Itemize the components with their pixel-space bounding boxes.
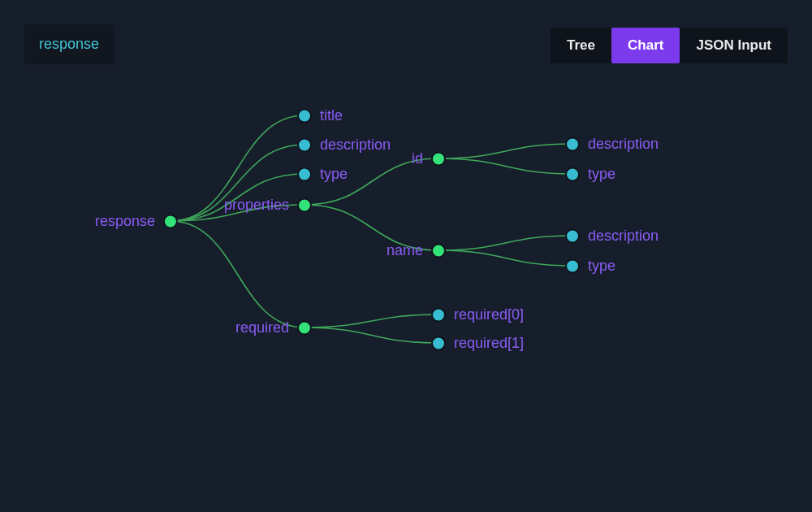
tree-node-label: type xyxy=(588,258,615,275)
tree-node-label: required xyxy=(235,319,289,336)
tree-node-label: title xyxy=(320,107,343,124)
edge-name-name_type xyxy=(438,250,572,266)
root-chip: response xyxy=(24,24,114,64)
leaf-node-icon xyxy=(565,137,580,151)
root-chip-label: response xyxy=(39,36,99,52)
tab-json-input[interactable]: JSON Input xyxy=(680,28,788,63)
leaf-node-icon xyxy=(565,258,580,273)
leaf-node-icon xyxy=(431,307,446,322)
tree-node-label: required[0] xyxy=(454,306,524,323)
tree-node-label: type xyxy=(588,166,615,183)
branch-node-icon xyxy=(297,320,312,335)
tree-node[interactable]: description xyxy=(565,228,659,245)
tree-node-label: description xyxy=(320,137,391,154)
header-bar: response Tree Chart JSON Input xyxy=(0,0,812,81)
tree-node[interactable]: required xyxy=(235,319,312,336)
tree-node-label: description xyxy=(588,136,659,153)
tree-node[interactable]: properties xyxy=(224,197,312,214)
tree-node-label: properties xyxy=(224,197,289,214)
tree-node[interactable]: required[1] xyxy=(431,335,524,352)
tree-diagram[interactable]: responsetitledescriptiontypepropertiesre… xyxy=(0,81,812,512)
tree-node-label: description xyxy=(588,228,659,245)
tree-node[interactable]: description xyxy=(297,137,391,154)
tree-node[interactable]: id xyxy=(412,150,446,167)
tree-node[interactable]: name xyxy=(387,242,446,259)
tree-node-label: required[1] xyxy=(454,335,524,352)
leaf-node-icon xyxy=(297,108,312,123)
view-tabs: Tree Chart JSON Input xyxy=(551,28,788,63)
branch-node-icon xyxy=(431,243,446,258)
branch-node-icon xyxy=(431,151,446,166)
tree-node[interactable]: description xyxy=(565,136,659,153)
edge-required-required0 xyxy=(304,315,438,328)
tab-tree[interactable]: Tree xyxy=(551,28,611,63)
edge-name-name_desc xyxy=(438,236,572,250)
edge-required-required1 xyxy=(304,328,438,343)
leaf-node-icon xyxy=(565,228,580,243)
tree-node[interactable]: response xyxy=(95,213,178,230)
tree-node[interactable]: title xyxy=(297,107,343,124)
tree-node-label: response xyxy=(95,213,155,230)
leaf-node-icon xyxy=(297,167,312,181)
edge-response-required xyxy=(171,221,304,328)
branch-node-icon xyxy=(297,197,312,212)
tree-node-label: type xyxy=(320,166,348,183)
tree-node[interactable]: required[0] xyxy=(431,306,524,323)
tree-node-label: name xyxy=(387,242,423,259)
leaf-node-icon xyxy=(431,336,446,350)
edge-id-id_desc xyxy=(438,144,572,158)
tab-chart[interactable]: Chart xyxy=(611,28,680,63)
tree-node[interactable]: type xyxy=(297,166,348,183)
tree-node[interactable]: type xyxy=(565,258,615,275)
branch-node-icon xyxy=(163,214,178,228)
tree-node-label: id xyxy=(412,150,423,167)
leaf-node-icon xyxy=(565,167,580,181)
tree-node[interactable]: type xyxy=(565,166,615,183)
leaf-node-icon xyxy=(297,137,312,152)
edge-id-id_type xyxy=(438,158,572,174)
tree-edges xyxy=(0,81,812,512)
